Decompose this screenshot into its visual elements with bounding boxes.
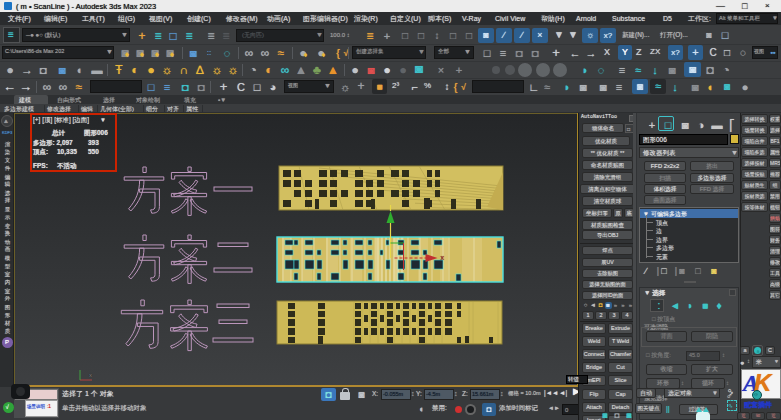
svg-text:x: x <box>441 254 445 261</box>
svg-text:x: x <box>89 372 92 378</box>
